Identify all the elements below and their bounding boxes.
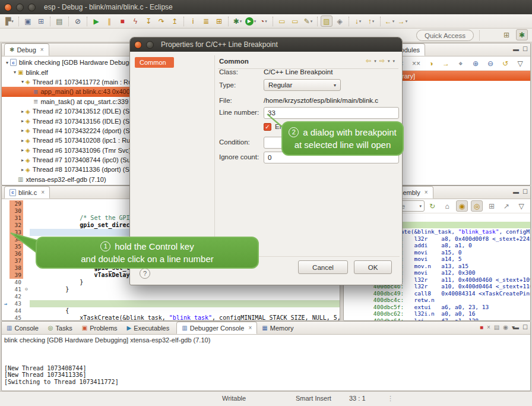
dropdown-arrow-icon[interactable]: ▾ <box>372 19 375 24</box>
code-text[interactable]: while(1) { <box>30 215 116 222</box>
previous-annotation-button[interactable]: ↑ ▾ <box>365 15 377 27</box>
highlight-button[interactable]: ▨ <box>321 15 332 27</box>
step-filters-button[interactable]: ⊞ <box>213 15 225 27</box>
suspend-button[interactable]: ∥ <box>103 15 115 27</box>
console-tab[interactable]: ▣ Problems <box>77 322 122 334</box>
tab-blink-c[interactable]: c blink.c × <box>4 186 50 199</box>
sync-selection-button[interactable]: ◎ <box>471 200 483 212</box>
fold-icon[interactable] <box>23 300 30 307</box>
tab-close-icon[interactable]: × <box>425 189 428 196</box>
load-symbols-button[interactable]: → <box>440 58 452 69</box>
line-number[interactable]: 43 <box>10 300 23 307</box>
resume-button[interactable]: ▶ <box>90 15 102 27</box>
open-resource-button[interactable]: ▭ <box>289 15 301 27</box>
line-number[interactable]: 30 <box>10 207 23 215</box>
line-number[interactable]: 45 <box>10 314 23 320</box>
dialog-nav-common[interactable]: Common <box>135 57 174 68</box>
disassembly-menu-button[interactable]: ▽ <box>515 200 527 212</box>
fold-icon[interactable]: ⊖ <box>23 286 30 293</box>
open-element-button[interactable]: ▭ <box>276 15 288 27</box>
profile-button[interactable]: ◔ ▾ <box>258 15 270 27</box>
code-text[interactable]: void app_main() <box>30 286 119 293</box>
line-number[interactable]: 41 <box>10 286 23 293</box>
save-button[interactable]: ▣ <box>22 15 34 27</box>
cancel-button[interactable]: Cancel <box>298 260 348 274</box>
collapse-all-button[interactable]: ⊖ <box>484 58 496 69</box>
type-select[interactable]: Regular ▾ <box>264 79 341 91</box>
open-perspective-button[interactable]: ⊞ <box>501 29 512 40</box>
filter-modules-button[interactable]: ◑ <box>425 58 437 69</box>
line-number[interactable]: 32 <box>10 222 23 229</box>
terminate-console-button[interactable]: ■ <box>480 324 483 331</box>
debug-perspective-button[interactable]: ✱ <box>516 29 528 40</box>
console-output[interactable]: [New Thread 1073408744][New Thread 10734… <box>2 344 530 391</box>
window-maximize-button[interactable] <box>28 4 36 11</box>
fold-icon[interactable] <box>23 279 30 286</box>
console-tab[interactable]: ▶ Executables <box>122 322 175 334</box>
forward-button[interactable]: → ▾ <box>397 15 408 27</box>
clear-console-button[interactable]: ▤ <box>494 324 499 331</box>
annotate-button[interactable]: ✎ ▾ <box>302 15 314 27</box>
refresh-disassembly-button[interactable]: ↻ <box>426 200 438 212</box>
minimize-view-icon[interactable]: ▬ <box>513 324 519 331</box>
dropdown-arrow-icon[interactable]: ▾ <box>240 19 242 24</box>
maximize-view-icon[interactable]: ☐ <box>522 188 528 195</box>
show-debug-elements-button[interactable]: ≣ <box>200 15 212 27</box>
console-tab[interactable]: ▥ Console <box>2 322 43 334</box>
dropdown-arrow-icon[interactable]: ▾ <box>419 204 422 209</box>
next-annotation-button[interactable]: ↓ ▾ <box>352 15 364 27</box>
debug-button[interactable]: ✱ ▾ <box>232 15 243 27</box>
code-text[interactable] <box>30 279 72 286</box>
back-button[interactable]: ← ▾ <box>384 15 395 27</box>
dropdown-arrow-icon[interactable]: ▾ <box>311 19 313 24</box>
fold-icon[interactable] <box>23 207 30 215</box>
line-number[interactable]: 40 <box>10 279 23 286</box>
dialog-minimize-button[interactable] <box>146 41 154 49</box>
console-tab[interactable]: ▥ Debugger Console × <box>176 322 257 334</box>
expand-all-button[interactable]: ⊕ <box>470 58 482 69</box>
expander-icon[interactable]: ▾ <box>12 70 18 75</box>
skip-all-breakpoints-button[interactable]: ⊘ <box>72 15 84 27</box>
view-menu-icon[interactable]: ▾ <box>392 59 395 64</box>
export-button[interactable]: ↗ <box>501 200 512 212</box>
dropdown-arrow-icon[interactable]: ▾ <box>374 59 376 64</box>
tab-close-icon[interactable]: × <box>248 325 252 331</box>
step-into-button[interactable]: ↧ <box>142 15 154 27</box>
fold-icon[interactable] <box>23 307 30 314</box>
home-button[interactable]: ⌂ <box>441 200 453 212</box>
tab-debug[interactable]: ✱ Debug × <box>4 43 49 56</box>
code-text[interactable] <box>30 314 72 320</box>
code-text[interactable]: xTaskCreate(&blink_task, "blink_task", c… <box>30 300 340 307</box>
build-button[interactable]: ▤ <box>53 15 65 27</box>
new-wizard-button[interactable]: ▛ ▾ <box>4 15 15 27</box>
refresh-modules-button[interactable]: ↺ <box>499 58 511 69</box>
quick-access-button[interactable]: Quick Access <box>416 30 474 41</box>
expander-icon[interactable]: ▸ <box>20 138 26 143</box>
ok-button[interactable]: OK <box>354 260 392 274</box>
line-number[interactable]: 44 <box>10 307 23 314</box>
expander-icon[interactable]: ▸ <box>20 147 26 153</box>
code-text[interactable]: } <box>30 307 72 314</box>
expander-icon[interactable]: ▾ <box>4 60 10 65</box>
terminate-button[interactable]: ■ <box>116 15 128 27</box>
dropdown-arrow-icon[interactable]: ▾ <box>388 59 390 64</box>
modules-menu-button[interactable]: ▽ <box>514 58 526 69</box>
remove-launch-button[interactable]: × <box>487 324 490 331</box>
expander-icon[interactable]: ▸ <box>20 109 26 114</box>
dropdown-arrow-icon[interactable]: ▾ <box>11 19 14 24</box>
minimize-view-icon[interactable]: ▬ <box>513 46 519 52</box>
expander-icon[interactable]: ▸ <box>20 128 26 133</box>
new-view-button[interactable]: ⊞ <box>486 200 498 212</box>
expander-icon[interactable]: ▾ <box>20 79 26 84</box>
pin-console-button[interactable]: ◉ <box>503 324 508 331</box>
dropdown-arrow-icon[interactable]: ▾ <box>254 19 256 24</box>
fold-icon[interactable] <box>23 200 30 207</box>
step-return-button[interactable]: ↥ <box>169 15 180 27</box>
disconnect-button[interactable]: ϟ <box>129 15 141 27</box>
instruction-stepping-button[interactable]: i <box>187 15 199 27</box>
dropdown-arrow-icon[interactable]: ▾ <box>359 19 362 24</box>
dropdown-arrow-icon[interactable]: ▾ <box>265 19 267 24</box>
dialog-close-button[interactable] <box>134 41 142 49</box>
maximize-view-icon[interactable]: ☐ <box>522 46 528 52</box>
fold-icon[interactable] <box>23 314 30 320</box>
